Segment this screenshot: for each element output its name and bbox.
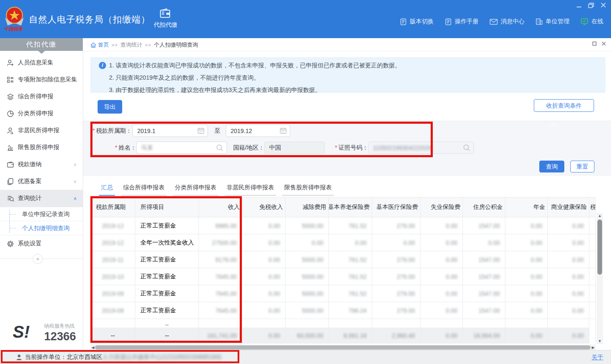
tax-emblem-logo: 中国税务	[3, 5, 25, 33]
sidebar-divider: «	[0, 258, 83, 259]
collapse-query-button[interactable]: 收折查询条件	[534, 99, 594, 112]
main-content: 首页 >> 查询统计 >> 个人扣缴明细查询 i 1. 该查询统计表仅能查询已申…	[83, 38, 611, 350]
cell: 基本医疗保险费	[372, 197, 420, 217]
search-list-icon	[7, 195, 14, 202]
breadcrumb-home[interactable]: 首页	[90, 41, 109, 49]
tab-分类所得申报表[interactable]: 分类所得申报表	[173, 181, 219, 196]
reset-button[interactable]: 重置	[570, 161, 594, 172]
id-label: 证照号码：	[339, 144, 368, 151]
cell	[463, 319, 505, 328]
cell	[91, 319, 135, 328]
home-icon	[90, 42, 96, 48]
topbar-menu-操作手册[interactable]: 操作手册	[445, 18, 479, 25]
sidebar-subitem-个人扣缴明细查询[interactable]: 个人扣缴明细查询	[0, 221, 83, 235]
scroll-right-arrow[interactable]: ▶	[591, 345, 596, 350]
sidebar-item-查询统计[interactable]: 查询统计∧	[0, 190, 83, 207]
topbar-menu-消息中心[interactable]: 消息中心	[490, 18, 524, 25]
cell: 0.00	[505, 328, 548, 344]
period-from-input[interactable]: 2019.1	[132, 125, 208, 137]
panel-close-icon[interactable]	[602, 42, 606, 46]
about-link[interactable]: 关于	[591, 354, 603, 361]
close-button[interactable]	[600, 2, 607, 8]
gear-icon	[7, 240, 14, 247]
sidebar-item-分类所得申报[interactable]: 分类所得申报	[0, 105, 83, 122]
hotline-logo: S!	[13, 322, 30, 342]
app-title: 自然人电子税务局（扣缴端）	[29, 14, 150, 25]
scroll-down-arrow[interactable]: ▼	[597, 339, 603, 344]
sidebar-item-非居民所得申报[interactable]: 非居民所得申报	[0, 122, 83, 139]
search-icon[interactable]	[463, 144, 471, 152]
export-button[interactable]: 导出	[98, 100, 122, 114]
sidebar-header: 代扣代缴	[0, 38, 83, 51]
sidebar-subitem-单位申报记录查询[interactable]: 单位申报记录查询	[0, 207, 83, 221]
restore-button[interactable]	[588, 2, 594, 8]
breadcrumb-current: 个人扣缴明细查询	[154, 41, 198, 49]
layers-icon	[7, 93, 14, 100]
table-row[interactable]: 2019-08正常工资薪金7645.000.005000.00798.24279…	[91, 302, 595, 319]
sidebar-item-人员信息采集[interactable]: 人员信息采集	[0, 54, 83, 71]
tab-汇总[interactable]: 汇总	[99, 181, 115, 196]
cell: 0.00	[548, 217, 589, 234]
table-row[interactable]: 2019-11正常工资薪金9178.000.005000.00761.52279…	[91, 251, 595, 268]
table-row[interactable]: 2019-12正常工资薪金9985.000.005000.00761.52279…	[91, 217, 595, 234]
cell	[420, 319, 463, 328]
cell: 5000.00	[286, 251, 329, 268]
tab-非居民所得申报表[interactable]: 非居民所得申报表	[224, 181, 276, 196]
sidebar-collapse-button[interactable]: «	[33, 254, 43, 264]
cell: 2019-11	[91, 251, 135, 268]
sidebar-submenu: 单位申报记录查询个人扣缴明细查询	[0, 207, 83, 235]
minimize-button[interactable]	[575, 2, 582, 8]
topbar-menu-在线[interactable]: 在线	[580, 18, 603, 25]
cell: 年金	[505, 197, 548, 217]
cell: 商业健康保险	[548, 197, 589, 217]
cell: 279.00	[372, 268, 420, 285]
cell: 2019-10	[91, 268, 135, 285]
cell: 0.00	[505, 268, 548, 285]
cell: 2019-12	[91, 234, 135, 251]
tab-限售股所得申报表[interactable]: 限售股所得申报表	[282, 181, 334, 196]
cell	[286, 319, 329, 328]
search-button[interactable]: 查询	[539, 161, 564, 172]
tab-综合所得申报表[interactable]: 综合所得申报表	[121, 181, 167, 196]
search-icon[interactable]	[216, 144, 224, 152]
period-to-input[interactable]: 2019.12	[226, 125, 290, 137]
sidebar-item-限售股所得申报[interactable]: 限售股所得申报	[0, 139, 83, 156]
chevron-down-icon: ∨	[73, 162, 77, 167]
table-row[interactable]: ----161,741.000.0060,000.008,991.162,960…	[91, 328, 595, 344]
name-input[interactable]: 马某	[136, 142, 227, 154]
tab-daikou-daijiao[interactable]: 代扣代缴	[149, 8, 182, 35]
mail-icon	[490, 19, 498, 25]
cell: 7645.00	[199, 285, 242, 302]
sidebar-item-系统设置[interactable]: 系统设置	[0, 235, 83, 252]
person-icon	[7, 127, 14, 134]
cell: 761.52	[329, 251, 372, 268]
vertical-scroll-thumb[interactable]	[597, 220, 602, 275]
sidebar-item-优惠备案[interactable]: 优惠备案∨	[0, 173, 83, 190]
topbar-menu-单位管理[interactable]: 单位管理	[535, 18, 569, 25]
table-row[interactable]: 2019-12全年一次性奖金收入27500.000.000.000.000.00…	[91, 234, 595, 251]
breadcrumb-item[interactable]: 查询统计	[121, 41, 143, 49]
id-number-input[interactable]: 110502199304222029	[368, 142, 474, 154]
sidebar-item-专项附加扣除信息采集[interactable]: 专项附加扣除信息采集	[0, 71, 83, 88]
cell: 0.00	[372, 234, 420, 251]
horizontal-scroll-thumb[interactable]	[95, 345, 591, 350]
table-row[interactable]: 2019-10正常工资薪金7645.000.005000.00761.52279…	[91, 268, 595, 285]
chevron-down-icon: ∨	[73, 179, 77, 184]
table-row[interactable]: ..	[91, 319, 595, 328]
cell: 0.00	[505, 285, 548, 302]
nationality-input[interactable]: 中国	[264, 142, 325, 154]
online-status-icon	[580, 18, 589, 25]
sidebar-item-税款缴纳[interactable]: 税款缴纳∨	[0, 156, 83, 173]
vertical-scrollbar[interactable]: ▲ ▼	[597, 213, 603, 344]
cell: 0.00	[505, 217, 548, 234]
horizontal-scrollbar[interactable]: ◀ ▶	[90, 345, 596, 350]
topbar-menu-版本切换[interactable]: 版本切换	[400, 18, 434, 25]
cell	[589, 319, 596, 328]
sidebar-item-综合所得申报[interactable]: 综合所得申报	[0, 88, 83, 105]
scroll-up-arrow[interactable]: ▲	[597, 213, 603, 219]
cell: ..	[135, 319, 199, 328]
cell	[329, 319, 372, 328]
panel-maximize-icon[interactable]	[592, 42, 597, 46]
cell: 0.00	[548, 302, 589, 319]
table-row[interactable]: 2019-09正常工资薪金7645.000.005000.00761.52279…	[91, 285, 595, 302]
